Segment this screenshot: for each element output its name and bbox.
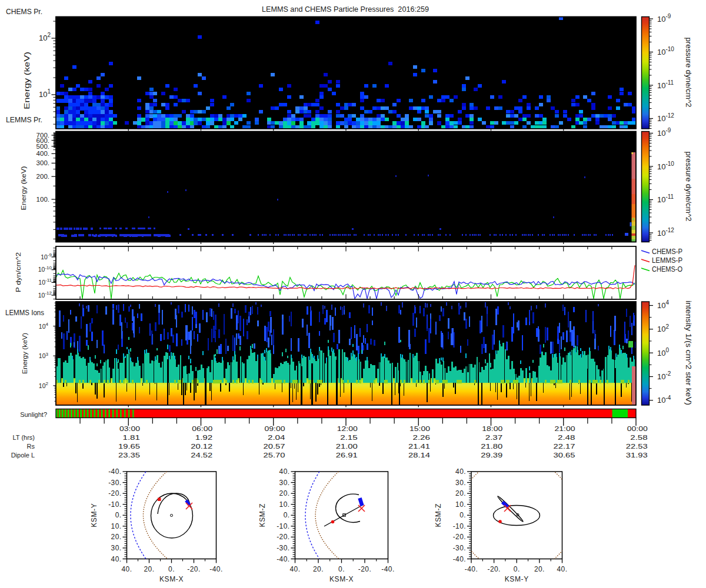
svg-text:26.91: 26.91 bbox=[336, 452, 358, 459]
svg-text:-20.: -20. bbox=[277, 533, 289, 541]
svg-text:30.65: 30.65 bbox=[554, 452, 575, 459]
svg-text:intensity 1/(s cm^2 ster keV): intensity 1/(s cm^2 ster keV) bbox=[684, 300, 692, 405]
svg-text:pressure dyne/cm^2: pressure dyne/cm^2 bbox=[684, 152, 692, 222]
svg-text:40.: 40. bbox=[122, 565, 132, 573]
svg-text:20.: 20. bbox=[455, 489, 466, 497]
svg-text:KSM-Z: KSM-Z bbox=[434, 503, 442, 527]
svg-text:-40.: -40. bbox=[108, 467, 121, 476]
svg-text:Energy (keV): Energy (keV) bbox=[21, 333, 28, 374]
svg-text:25.70: 25.70 bbox=[264, 452, 285, 459]
svg-text:-40.: -40. bbox=[381, 565, 394, 573]
svg-text:12:00: 12:00 bbox=[337, 426, 358, 432]
svg-text:21.00: 21.00 bbox=[336, 443, 358, 450]
svg-text:06:00: 06:00 bbox=[192, 426, 212, 432]
svg-text:30.: 30. bbox=[279, 479, 290, 487]
svg-text:40.: 40. bbox=[557, 565, 568, 573]
svg-text:03:00: 03:00 bbox=[119, 426, 140, 432]
svg-text:20.: 20. bbox=[144, 565, 155, 573]
svg-text:29.39: 29.39 bbox=[481, 452, 502, 459]
svg-text:-40.: -40. bbox=[277, 555, 289, 563]
svg-text:pressure dyne/cm^2: pressure dyne/cm^2 bbox=[684, 38, 692, 108]
svg-text:Sunlight?: Sunlight? bbox=[20, 411, 47, 418]
svg-text:2.04: 2.04 bbox=[268, 435, 285, 441]
svg-text:0.: 0. bbox=[284, 511, 290, 519]
svg-text:40.: 40. bbox=[111, 555, 122, 563]
svg-text:40.: 40. bbox=[290, 565, 301, 573]
svg-text:2.48: 2.48 bbox=[558, 435, 575, 441]
svg-text:24.52: 24.52 bbox=[191, 452, 212, 459]
svg-text:P dyn/cm^2: P dyn/cm^2 bbox=[15, 252, 22, 292]
svg-text:LEMMS Ions: LEMMS Ions bbox=[5, 309, 44, 317]
svg-text:-40.: -40. bbox=[465, 565, 478, 573]
svg-text:LEMMS and CHEMS Particle Press: LEMMS and CHEMS Particle Pressures 2016:… bbox=[262, 5, 429, 14]
svg-text:10.: 10. bbox=[279, 500, 290, 509]
svg-text:-20.: -20. bbox=[187, 565, 200, 573]
svg-text:KSM-Y: KSM-Y bbox=[505, 575, 529, 583]
svg-text:0.: 0. bbox=[115, 511, 122, 519]
svg-text:1.92: 1.92 bbox=[195, 435, 213, 441]
svg-text:2.26: 2.26 bbox=[412, 435, 430, 441]
svg-text:20.: 20. bbox=[313, 565, 324, 573]
svg-text:21.80: 21.80 bbox=[481, 443, 502, 450]
svg-text:Dipole L: Dipole L bbox=[11, 452, 35, 459]
svg-text:22.17: 22.17 bbox=[554, 443, 575, 450]
svg-text:CHEMS-O: CHEMS-O bbox=[652, 265, 682, 273]
svg-text:KSM-Y: KSM-Y bbox=[90, 503, 98, 527]
svg-text:20.: 20. bbox=[111, 533, 122, 541]
svg-text:15:00: 15:00 bbox=[409, 426, 430, 432]
svg-text:20.: 20. bbox=[279, 489, 290, 497]
svg-text:00:00: 00:00 bbox=[627, 426, 648, 432]
svg-text:CHEMS-P: CHEMS-P bbox=[652, 248, 682, 256]
svg-text:200.: 200. bbox=[36, 173, 49, 180]
svg-text:20.12: 20.12 bbox=[191, 443, 212, 450]
svg-text:-30.: -30. bbox=[108, 479, 121, 487]
svg-text:Energy (keV): Energy (keV) bbox=[23, 52, 31, 109]
svg-text:-20.: -20. bbox=[358, 565, 371, 573]
svg-text:-10.: -10. bbox=[108, 500, 121, 509]
svg-text:18:00: 18:00 bbox=[482, 426, 502, 432]
svg-text:20.: 20. bbox=[534, 565, 545, 573]
svg-text:40.: 40. bbox=[279, 467, 290, 476]
svg-text:10.: 10. bbox=[455, 500, 466, 509]
svg-text:LEMMS-P: LEMMS-P bbox=[652, 256, 682, 265]
svg-text:-20.: -20. bbox=[453, 533, 466, 541]
svg-text:-10.: -10. bbox=[277, 522, 289, 530]
svg-text:300.: 300. bbox=[36, 159, 49, 166]
svg-text:-40.: -40. bbox=[209, 565, 222, 573]
svg-text:09:00: 09:00 bbox=[265, 426, 285, 432]
svg-text:CHEMS Pr.: CHEMS Pr. bbox=[6, 8, 42, 16]
svg-text:KSM-X: KSM-X bbox=[159, 575, 184, 583]
svg-text:LT (hrs): LT (hrs) bbox=[13, 434, 35, 441]
svg-text:40.: 40. bbox=[455, 467, 466, 476]
svg-text:23.35: 23.35 bbox=[118, 452, 140, 459]
svg-text:2.58: 2.58 bbox=[630, 435, 648, 441]
svg-text:Energy (keV): Energy (keV) bbox=[20, 166, 27, 211]
svg-text:0.: 0. bbox=[459, 511, 466, 519]
svg-text:30.: 30. bbox=[111, 544, 122, 552]
svg-text:21.41: 21.41 bbox=[408, 443, 430, 450]
svg-text:400.: 400. bbox=[36, 150, 49, 157]
svg-text:-40.: -40. bbox=[453, 555, 466, 563]
svg-text:20.57: 20.57 bbox=[264, 443, 285, 450]
svg-text:2.15: 2.15 bbox=[340, 435, 358, 441]
svg-text:LEMMS Pr.: LEMMS Pr. bbox=[6, 116, 42, 124]
svg-text:28.14: 28.14 bbox=[408, 452, 430, 459]
svg-text:KSM-X: KSM-X bbox=[329, 575, 354, 583]
svg-text:-30.: -30. bbox=[277, 544, 289, 552]
svg-text:0.: 0. bbox=[168, 565, 175, 573]
svg-text:KSM-Z: KSM-Z bbox=[258, 503, 267, 527]
svg-text:1.81: 1.81 bbox=[122, 435, 140, 441]
svg-text:100.: 100. bbox=[36, 196, 49, 203]
svg-text:500.: 500. bbox=[36, 143, 49, 150]
svg-text:10.: 10. bbox=[111, 522, 122, 530]
svg-text:0.: 0. bbox=[514, 565, 520, 573]
svg-text:-20.: -20. bbox=[487, 565, 500, 573]
svg-text:-10.: -10. bbox=[453, 522, 466, 530]
svg-text:31.93: 31.93 bbox=[626, 452, 648, 459]
svg-text:Rs: Rs bbox=[27, 443, 35, 450]
svg-text:700.: 700. bbox=[36, 132, 49, 139]
svg-text:22.53: 22.53 bbox=[626, 443, 648, 450]
svg-text:0.: 0. bbox=[338, 565, 345, 573]
svg-text:2.37: 2.37 bbox=[485, 435, 503, 441]
svg-text:21:00: 21:00 bbox=[555, 426, 575, 432]
